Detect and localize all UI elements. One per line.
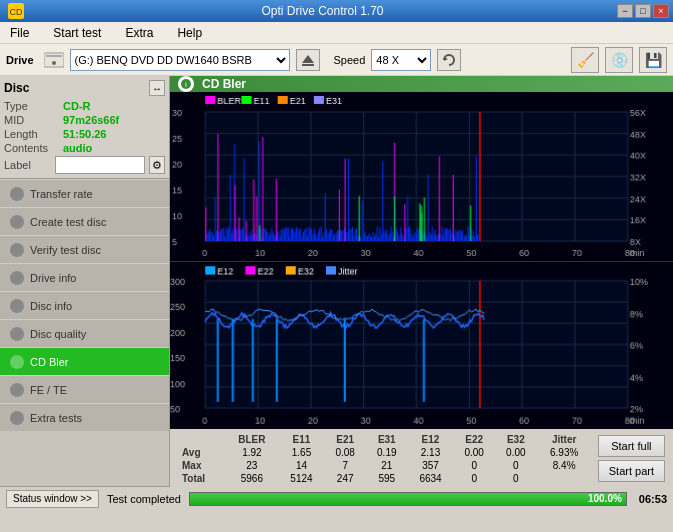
status-time: 06:53	[639, 493, 667, 505]
titlebar: CD Opti Drive Control 1.70 − □ ×	[0, 0, 673, 22]
main-area: Disc ↔ Type CD-R MID 97m26s66f Length 51…	[0, 76, 673, 486]
max-label: Max	[178, 459, 225, 472]
sidebar-item-label: Disc info	[30, 300, 72, 312]
type-value: CD-R	[63, 100, 91, 112]
eraser-button[interactable]: 🧹	[571, 47, 599, 73]
sidebar-item-cd-bler[interactable]: CD Bler	[0, 347, 169, 375]
minimize-button[interactable]: −	[617, 4, 633, 18]
avg-bler: 1.92	[225, 446, 278, 459]
sidebar-item-extra-tests[interactable]: Extra tests	[0, 403, 169, 431]
close-button[interactable]: ×	[653, 4, 669, 18]
svg-rect-3	[46, 55, 62, 57]
col-e12: E12	[408, 433, 454, 446]
avg-e11: 1.65	[279, 446, 325, 459]
save-button[interactable]: 💾	[639, 47, 667, 73]
length-label: Length	[4, 128, 59, 140]
max-e11: 14	[279, 459, 325, 472]
sidebar-item-verify-test-disc[interactable]: Verify test disc	[0, 235, 169, 263]
sidebar-item-label: CD Bler	[30, 356, 69, 368]
contents-value: audio	[63, 142, 92, 154]
max-e21: 7	[324, 459, 366, 472]
svg-text:i: i	[185, 80, 187, 89]
menu-extra[interactable]: Extra	[119, 24, 159, 42]
cd-bler-icon	[10, 355, 24, 369]
jitter-canvas	[170, 262, 673, 429]
speed-select[interactable]: 48 X	[371, 49, 431, 71]
disc-collapse-button[interactable]: ↔	[149, 80, 165, 96]
drive-label: Drive	[6, 54, 34, 66]
start-full-button[interactable]: Start full	[598, 435, 665, 457]
avg-e32: 0.00	[495, 446, 537, 459]
total-e21: 247	[324, 472, 366, 485]
refresh-button[interactable]	[437, 49, 461, 71]
statusbar: Status window >> Test completed 100.0% 0…	[0, 486, 673, 510]
stats-table: BLER E11 E21 E31 E12 E22 E32 Jitter Avg	[178, 433, 592, 485]
maximize-button[interactable]: □	[635, 4, 651, 18]
svg-marker-5	[302, 55, 314, 63]
svg-marker-7	[444, 57, 448, 61]
max-bler: 23	[225, 459, 278, 472]
drive-select[interactable]: (G:) BENQ DVD DD DW1640 BSRB	[70, 49, 290, 71]
avg-e21: 0.08	[324, 446, 366, 459]
total-e12: 6634	[408, 472, 454, 485]
drivebar: Drive (G:) BENQ DVD DD DW1640 BSRB Speed…	[0, 44, 673, 76]
sidebar-item-create-test-disc[interactable]: Create test disc	[0, 207, 169, 235]
sidebar-item-fe-te[interactable]: FE / TE	[0, 375, 169, 403]
total-e31: 595	[366, 472, 408, 485]
drive-info-icon	[10, 271, 24, 285]
disc-quality-icon	[10, 327, 24, 341]
status-text: Test completed	[107, 493, 181, 505]
menu-start-test[interactable]: Start test	[47, 24, 107, 42]
total-bler: 5966	[225, 472, 278, 485]
col-bler: BLER	[225, 433, 278, 446]
start-part-button[interactable]: Start part	[598, 460, 665, 482]
progress-text: 100.0%	[588, 493, 622, 505]
avg-jitter: 6.93%	[537, 446, 592, 459]
menu-file[interactable]: File	[4, 24, 35, 42]
sidebar-item-disc-info[interactable]: Disc info	[0, 291, 169, 319]
charts-area	[170, 92, 673, 429]
progress-bar-fill	[190, 493, 626, 505]
type-label: Type	[4, 100, 59, 112]
stats-area: BLER E11 E21 E31 E12 E22 E32 Jitter Avg	[170, 429, 673, 489]
sidebar-item-disc-quality[interactable]: Disc quality	[0, 319, 169, 347]
burn-button[interactable]: 💿	[605, 47, 633, 73]
status-window-button[interactable]: Status window >>	[6, 490, 99, 508]
verify-disc-icon	[10, 243, 24, 257]
mid-label: MID	[4, 114, 59, 126]
sidebar: Disc ↔ Type CD-R MID 97m26s66f Length 51…	[0, 76, 170, 486]
avg-e12: 2.13	[408, 446, 454, 459]
avg-e22: 0.00	[453, 446, 495, 459]
sidebar-item-drive-info[interactable]: Drive info	[0, 263, 169, 291]
sidebar-item-label: Disc quality	[30, 328, 86, 340]
label-label: Label	[4, 159, 51, 171]
svg-rect-6	[302, 64, 314, 66]
chart-title: CD Bler	[202, 77, 246, 91]
eject-button[interactable]	[296, 49, 320, 71]
menu-help[interactable]: Help	[171, 24, 208, 42]
fe-te-icon	[10, 383, 24, 397]
label-settings-button[interactable]: ⚙	[149, 156, 165, 174]
window-title: Opti Drive Control 1.70	[28, 4, 617, 18]
transfer-rate-icon	[10, 187, 24, 201]
disc-title: Disc	[4, 81, 29, 95]
app-icon: CD	[8, 3, 24, 19]
mid-value: 97m26s66f	[63, 114, 119, 126]
label-input[interactable]	[55, 156, 145, 174]
stats-buttons: Start full Start part	[598, 435, 665, 482]
create-disc-icon	[10, 215, 24, 229]
avg-e31: 0.19	[366, 446, 408, 459]
total-e22: 0	[453, 472, 495, 485]
col-e21: E21	[324, 433, 366, 446]
bler-canvas	[170, 92, 673, 261]
avg-label: Avg	[178, 446, 225, 459]
content-area: i CD Bler BLER	[170, 76, 673, 486]
jitter-chart	[170, 262, 673, 429]
col-e32: E32	[495, 433, 537, 446]
sidebar-item-transfer-rate[interactable]: Transfer rate	[0, 179, 169, 207]
length-value: 51:50.26	[63, 128, 106, 140]
max-e31: 21	[366, 459, 408, 472]
total-e11: 5124	[279, 472, 325, 485]
sidebar-item-label: Drive info	[30, 272, 76, 284]
col-e11: E11	[279, 433, 325, 446]
